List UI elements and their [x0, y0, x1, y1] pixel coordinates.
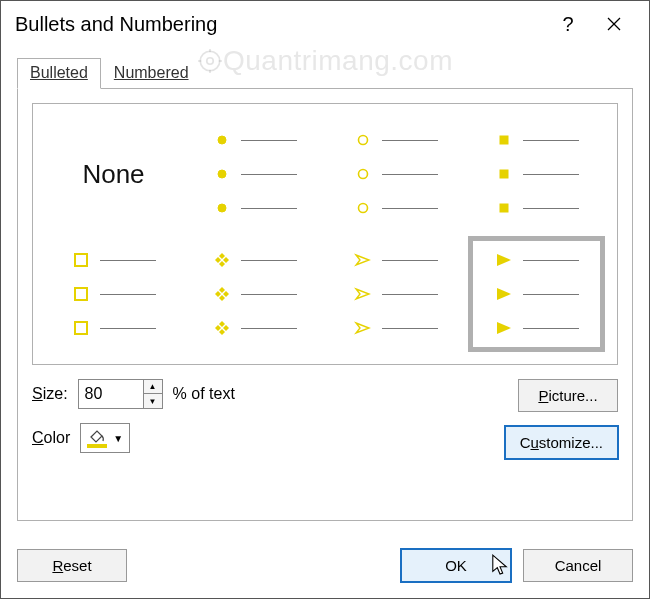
- svg-marker-29: [219, 329, 225, 335]
- dialog-title: Bullets and Numbering: [15, 13, 545, 36]
- picture-button[interactable]: Picture...: [518, 379, 618, 412]
- svg-rect-16: [500, 204, 508, 212]
- bullet-style-disc[interactable]: [184, 114, 325, 234]
- bullet-style-play[interactable]: [468, 236, 605, 352]
- svg-marker-25: [219, 295, 225, 301]
- none-label: None: [82, 159, 144, 190]
- svg-marker-21: [219, 261, 225, 267]
- ok-button[interactable]: OK: [401, 549, 511, 582]
- bullet-style-arrowhead[interactable]: [325, 234, 466, 354]
- bullet-controls: Size: ▲ ▼ % of text Color: [32, 379, 618, 459]
- size-spin-down[interactable]: ▼: [144, 394, 162, 408]
- color-swatch: [87, 444, 107, 448]
- color-label: Color: [32, 429, 70, 447]
- customize-button[interactable]: Customize...: [505, 426, 618, 459]
- hollow-square-icon: [72, 251, 90, 269]
- svg-marker-23: [223, 257, 229, 263]
- size-spinbox[interactable]: ▲ ▼: [78, 379, 163, 409]
- square-icon: [495, 131, 513, 149]
- bullet-style-hollow-square[interactable]: [43, 234, 184, 354]
- tab-numbered[interactable]: Numbered: [101, 58, 202, 89]
- svg-marker-30: [215, 325, 221, 331]
- bullet-style-four-diamonds[interactable]: [184, 234, 325, 354]
- close-button[interactable]: [591, 9, 637, 39]
- size-input[interactable]: [79, 380, 143, 408]
- ring-icon: [354, 131, 372, 149]
- svg-rect-19: [75, 322, 87, 334]
- titlebar: Bullets and Numbering ?: [1, 1, 649, 49]
- play-icon: [495, 251, 513, 269]
- svg-point-11: [358, 136, 367, 145]
- tabstrip: Bulleted Numbered: [17, 58, 633, 89]
- disc-icon: [213, 131, 231, 149]
- bullet-styles-grid: None: [32, 103, 618, 365]
- tab-bulleted[interactable]: Bulleted: [17, 58, 101, 89]
- svg-point-10: [218, 204, 226, 212]
- bullet-style-square[interactable]: [466, 114, 607, 234]
- svg-rect-15: [500, 170, 508, 178]
- svg-marker-26: [215, 291, 221, 297]
- help-button[interactable]: ?: [545, 9, 591, 39]
- four-diamonds-icon: [213, 251, 231, 269]
- svg-marker-24: [219, 287, 225, 293]
- dialog-body: Bulleted Numbered None: [1, 49, 649, 537]
- tab-panel-bulleted: None: [17, 88, 633, 521]
- bullet-style-ring[interactable]: [325, 114, 466, 234]
- svg-rect-17: [75, 254, 87, 266]
- svg-rect-14: [500, 136, 508, 144]
- svg-marker-20: [219, 253, 225, 259]
- close-icon: [606, 16, 622, 32]
- bullets-numbering-dialog: Quantrimang.com Bullets and Numbering ? …: [0, 0, 650, 599]
- svg-marker-34: [497, 322, 511, 334]
- paint-bucket-icon: [87, 428, 107, 448]
- svg-marker-33: [497, 288, 511, 300]
- arrowhead-icon: [354, 251, 372, 269]
- svg-rect-18: [75, 288, 87, 300]
- dialog-footer: Reset OK Cancel: [1, 537, 649, 598]
- reset-button[interactable]: Reset: [17, 549, 127, 582]
- svg-point-13: [358, 204, 367, 213]
- svg-marker-22: [215, 257, 221, 263]
- size-label: Size:: [32, 385, 68, 403]
- cancel-button[interactable]: Cancel: [523, 549, 633, 582]
- svg-marker-31: [223, 325, 229, 331]
- svg-point-9: [218, 170, 226, 178]
- color-picker-button[interactable]: ▼: [80, 423, 130, 453]
- svg-point-12: [358, 170, 367, 179]
- svg-marker-32: [497, 254, 511, 266]
- size-suffix: % of text: [173, 385, 235, 403]
- chevron-down-icon: ▼: [113, 433, 123, 444]
- size-spin-up[interactable]: ▲: [144, 380, 162, 394]
- svg-marker-27: [223, 291, 229, 297]
- svg-point-8: [218, 136, 226, 144]
- bullet-style-none[interactable]: None: [43, 114, 184, 234]
- svg-marker-28: [219, 321, 225, 327]
